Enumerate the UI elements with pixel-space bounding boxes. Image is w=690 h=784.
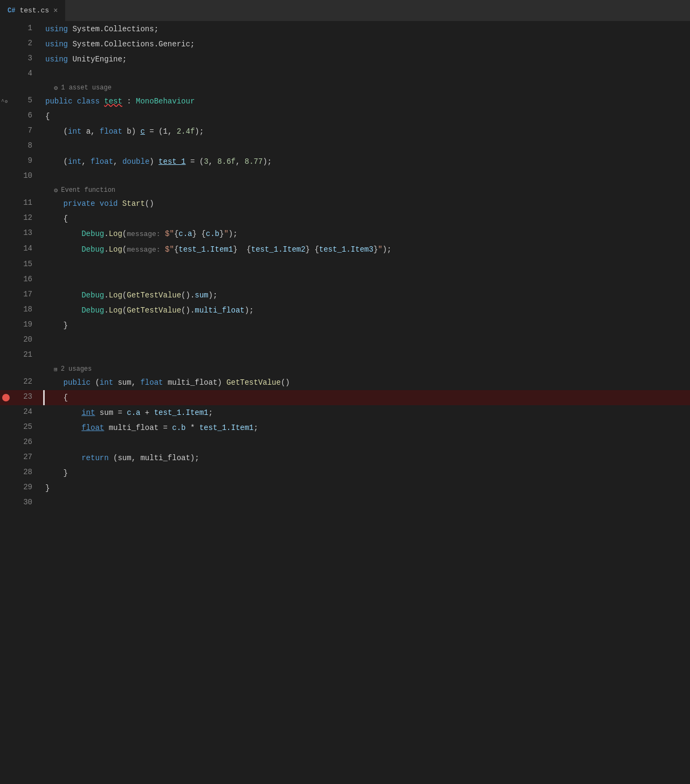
- table-row: 24 int sum = c.a + test_1.Item1;: [0, 405, 690, 420]
- line-content-25: float multi_float = c.b * test_1.Item1;: [43, 420, 690, 435]
- line-number-11: 11: [0, 196, 43, 211]
- line-number-19: 19: [0, 318, 43, 333]
- line-number-2: 2: [0, 37, 43, 52]
- line-number-21: 21: [0, 348, 43, 363]
- line-content-13: Debug.Log(message: $"{c.a} {c.b}");: [43, 226, 690, 242]
- table-row: 10: [0, 169, 690, 184]
- line-number-5: 5 ^⚙: [0, 94, 43, 109]
- table-row: 22 public (int sum, float multi_float) G…: [0, 375, 690, 390]
- line-number-24: 24: [0, 405, 43, 420]
- table-row: 28 }: [0, 466, 690, 481]
- file-tab[interactable]: C# test.cs ×: [0, 0, 66, 21]
- table-row: 13 Debug.Log(message: $"{c.a} {c.b}");: [0, 226, 690, 242]
- line-content-1: using System.Collections;: [43, 22, 690, 37]
- table-row: 19 }: [0, 318, 690, 333]
- line-number-3: 3: [0, 52, 43, 67]
- line-content-29: }: [43, 481, 690, 496]
- line-content-16: [43, 273, 690, 288]
- editor-window: C# test.cs × 1 using System.Collections;…: [0, 0, 690, 511]
- line-number-4: 4: [0, 67, 43, 82]
- gear-icon-2: ⚙: [54, 186, 58, 195]
- line-content-9: (int, float, double) test_1 = (3, 8.6f, …: [43, 154, 690, 169]
- gear-icon: ⚙: [54, 84, 58, 92]
- line-content-10: [43, 169, 690, 184]
- close-tab-button[interactable]: ×: [53, 6, 58, 15]
- code-editor[interactable]: 1 using System.Collections; 2 using Syst…: [0, 22, 690, 511]
- line-number-18: 18: [0, 303, 43, 318]
- table-row: 9 (int, float, double) test_1 = (3, 8.6f…: [0, 154, 690, 169]
- line-content-26: [43, 435, 690, 450]
- line-number-17: 17: [0, 288, 43, 303]
- file-name: test.cs: [19, 6, 49, 15]
- line-number-9: 9: [0, 154, 43, 169]
- line-content-4: [43, 67, 690, 82]
- language-badge: C#: [8, 7, 15, 15]
- line-content-3: using UnityEngine;: [43, 52, 690, 67]
- line-number-7: 7: [0, 124, 43, 139]
- line-content-17: Debug.Log(GetTestValue().sum);: [43, 288, 690, 303]
- line-number-29: 29: [0, 481, 43, 496]
- table-row: 3 using UnityEngine;: [0, 52, 690, 67]
- line-number-30: 30: [0, 496, 43, 511]
- line-content-18: Debug.Log(GetTestValue().multi_float);: [43, 303, 690, 318]
- line-number-20: 20: [0, 333, 43, 348]
- line-content-12: {: [43, 211, 690, 226]
- line-number-27: 27: [0, 450, 43, 466]
- hint-2-usages: ⊞ 2 usages: [0, 363, 690, 375]
- table-row: 5 ^⚙ public class test : MonoBehaviour: [0, 94, 690, 109]
- usages-icon: ⊞: [54, 366, 58, 373]
- table-row: 20: [0, 333, 690, 348]
- table-row: 18 Debug.Log(GetTestValue().multi_float)…: [0, 303, 690, 318]
- table-row: 14 Debug.Log(message: $"{test_1.Item1} {…: [0, 242, 690, 258]
- code-lines: 1 using System.Collections; 2 using Syst…: [0, 22, 690, 511]
- line-content-19: }: [43, 318, 690, 333]
- line-content-14: Debug.Log(message: $"{test_1.Item1} {tes…: [43, 242, 690, 258]
- line-content-22: public (int sum, float multi_float) GetT…: [43, 375, 690, 390]
- table-row: 11 private void Start(): [0, 196, 690, 211]
- line-number-13: 13: [0, 226, 43, 242]
- table-row: 7 (int a, float b) c = (1, 2.4f);: [0, 124, 690, 139]
- table-row: 21: [0, 348, 690, 363]
- line-content-27: return (sum, multi_float);: [43, 450, 690, 466]
- line-number-16: 16: [0, 273, 43, 288]
- line-content-24: int sum = c.a + test_1.Item1;: [43, 405, 690, 420]
- line-content-30: [43, 496, 690, 511]
- table-row: 8: [0, 139, 690, 154]
- line-content-2: using System.Collections.Generic;: [43, 37, 690, 52]
- line-content-7: (int a, float b) c = (1, 2.4f);: [43, 124, 690, 139]
- table-row: 29 }: [0, 481, 690, 496]
- table-row: 6 {: [0, 109, 690, 124]
- line-number-25: 25: [0, 420, 43, 435]
- table-row: 27 return (sum, multi_float);: [0, 450, 690, 466]
- line-number-15: 15: [0, 258, 43, 273]
- line-number-22: 22: [0, 375, 43, 390]
- line-number-14: 14: [0, 242, 43, 258]
- table-row: 17 Debug.Log(GetTestValue().sum);: [0, 288, 690, 303]
- line-content-28: }: [43, 466, 690, 481]
- line-content-11: private void Start(): [43, 196, 690, 211]
- line-number-1: 1: [0, 22, 43, 37]
- line-number-8: 8: [0, 139, 43, 154]
- table-row: 23 {: [0, 390, 690, 405]
- table-row: 2 using System.Collections.Generic;: [0, 37, 690, 52]
- line-content-23: {: [43, 390, 690, 405]
- hint-event-function: ⚙ Event function: [0, 184, 690, 196]
- table-row: 15: [0, 258, 690, 273]
- line-content-15: [43, 258, 690, 273]
- breakpoint-icon[interactable]: [2, 394, 10, 401]
- table-row: 30: [0, 496, 690, 511]
- hint-asset-usage: ⚙ 1 asset usage: [0, 82, 690, 94]
- table-row: 26: [0, 435, 690, 450]
- line-number-6: 6: [0, 109, 43, 124]
- table-row: 12 {: [0, 211, 690, 226]
- line-number-23: 23: [0, 390, 43, 405]
- line-content-5: public class test : MonoBehaviour: [43, 94, 690, 109]
- line-number-26: 26: [0, 435, 43, 450]
- line-number-10: 10: [0, 169, 43, 184]
- table-row: 16: [0, 273, 690, 288]
- table-row: 4: [0, 67, 690, 82]
- tab-bar: C# test.cs ×: [0, 0, 690, 22]
- line-content-21: [43, 348, 690, 363]
- line-number-28: 28: [0, 466, 43, 481]
- line-content-8: [43, 139, 690, 154]
